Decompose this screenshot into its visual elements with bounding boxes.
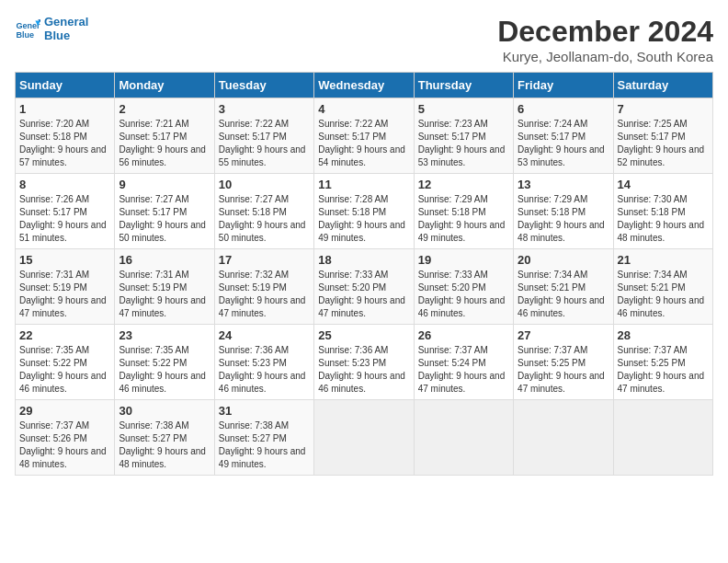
calendar-row: 22 Sunrise: 7:35 AM Sunset: 5:22 PM Dayl… <box>16 325 713 400</box>
logo-icon: General Blue <box>15 16 40 41</box>
day-number: 25 <box>318 328 409 342</box>
day-info: Sunrise: 7:21 AM Sunset: 5:17 PM Dayligh… <box>119 118 210 169</box>
day-info: Sunrise: 7:20 AM Sunset: 5:18 PM Dayligh… <box>19 118 110 169</box>
day-number: 14 <box>618 178 709 191</box>
day-info: Sunrise: 7:33 AM Sunset: 5:20 PM Dayligh… <box>418 269 509 320</box>
calendar-row: 1 Sunrise: 7:20 AM Sunset: 5:18 PM Dayli… <box>16 98 713 174</box>
day-info: Sunrise: 7:27 AM Sunset: 5:18 PM Dayligh… <box>219 193 310 245</box>
header-wednesday: Wednesday <box>314 73 414 98</box>
calendar-cell-day-27: 27 Sunrise: 7:37 AM Sunset: 5:25 PM Dayl… <box>514 325 613 400</box>
day-number: 21 <box>618 253 709 267</box>
day-number: 27 <box>518 328 609 342</box>
day-info: Sunrise: 7:24 AM Sunset: 5:17 PM Dayligh… <box>518 118 609 169</box>
logo-line1: General <box>44 15 88 29</box>
day-number: 9 <box>119 178 210 191</box>
calendar-table: Sunday Monday Tuesday Wednesday Thursday… <box>15 72 713 476</box>
calendar-row: 8 Sunrise: 7:26 AM Sunset: 5:17 PM Dayli… <box>16 174 713 249</box>
calendar-cell-day-15: 15 Sunrise: 7:31 AM Sunset: 5:19 PM Dayl… <box>16 249 115 325</box>
day-number: 10 <box>219 178 310 191</box>
calendar-row: 29 Sunrise: 7:37 AM Sunset: 5:26 PM Dayl… <box>16 400 713 476</box>
day-number: 20 <box>518 253 609 267</box>
day-number: 3 <box>219 102 310 116</box>
day-number: 28 <box>618 328 709 342</box>
calendar-row: 15 Sunrise: 7:31 AM Sunset: 5:19 PM Dayl… <box>16 249 713 325</box>
page-header: General Blue General Blue December 2024 … <box>15 15 713 64</box>
day-info: Sunrise: 7:26 AM Sunset: 5:17 PM Dayligh… <box>19 193 110 245</box>
calendar-cell-day-12: 12 Sunrise: 7:29 AM Sunset: 5:18 PM Dayl… <box>414 174 513 249</box>
calendar-cell-day-21: 21 Sunrise: 7:34 AM Sunset: 5:21 PM Dayl… <box>613 249 712 325</box>
day-info: Sunrise: 7:37 AM Sunset: 5:25 PM Dayligh… <box>518 344 609 396</box>
calendar-cell-empty <box>314 400 414 476</box>
header-friday: Friday <box>514 73 613 98</box>
day-number: 7 <box>618 102 709 116</box>
calendar-cell-day-9: 9 Sunrise: 7:27 AM Sunset: 5:17 PM Dayli… <box>115 174 214 249</box>
day-info: Sunrise: 7:34 AM Sunset: 5:21 PM Dayligh… <box>518 269 609 320</box>
header-thursday: Thursday <box>414 73 513 98</box>
day-number: 24 <box>219 328 310 342</box>
day-number: 16 <box>119 253 210 267</box>
day-number: 26 <box>418 328 509 342</box>
calendar-cell-day-13: 13 Sunrise: 7:29 AM Sunset: 5:18 PM Dayl… <box>514 174 613 249</box>
logo-line2: Blue <box>44 29 88 42</box>
calendar-header-row: Sunday Monday Tuesday Wednesday Thursday… <box>16 73 713 98</box>
day-number: 6 <box>518 102 609 116</box>
calendar-cell-empty <box>414 400 513 476</box>
day-info: Sunrise: 7:29 AM Sunset: 5:18 PM Dayligh… <box>518 193 609 245</box>
calendar-cell-day-28: 28 Sunrise: 7:37 AM Sunset: 5:25 PM Dayl… <box>613 325 712 400</box>
calendar-cell-day-30: 30 Sunrise: 7:38 AM Sunset: 5:27 PM Dayl… <box>115 400 214 476</box>
day-info: Sunrise: 7:31 AM Sunset: 5:19 PM Dayligh… <box>19 269 110 320</box>
calendar-cell-day-14: 14 Sunrise: 7:30 AM Sunset: 5:18 PM Dayl… <box>613 174 712 249</box>
header-tuesday: Tuesday <box>214 73 313 98</box>
calendar-cell-day-7: 7 Sunrise: 7:25 AM Sunset: 5:17 PM Dayli… <box>613 98 712 174</box>
header-saturday: Saturday <box>613 73 712 98</box>
day-info: Sunrise: 7:22 AM Sunset: 5:17 PM Dayligh… <box>219 118 310 169</box>
calendar-cell-day-24: 24 Sunrise: 7:36 AM Sunset: 5:23 PM Dayl… <box>214 325 313 400</box>
day-info: Sunrise: 7:28 AM Sunset: 5:18 PM Dayligh… <box>318 193 409 245</box>
calendar-cell-day-10: 10 Sunrise: 7:27 AM Sunset: 5:18 PM Dayl… <box>214 174 313 249</box>
subtitle: Kurye, Jeollanam-do, South Korea <box>497 49 713 64</box>
day-number: 4 <box>318 102 409 116</box>
day-number: 1 <box>19 102 110 116</box>
calendar-cell-day-19: 19 Sunrise: 7:33 AM Sunset: 5:20 PM Dayl… <box>414 249 513 325</box>
day-number: 8 <box>19 178 110 191</box>
logo: General Blue General Blue <box>15 15 88 42</box>
calendar-cell-day-29: 29 Sunrise: 7:37 AM Sunset: 5:26 PM Dayl… <box>16 400 115 476</box>
day-info: Sunrise: 7:22 AM Sunset: 5:17 PM Dayligh… <box>318 118 409 169</box>
day-number: 29 <box>19 404 110 418</box>
calendar-cell-day-8: 8 Sunrise: 7:26 AM Sunset: 5:17 PM Dayli… <box>16 174 115 249</box>
calendar-cell-day-18: 18 Sunrise: 7:33 AM Sunset: 5:20 PM Dayl… <box>314 249 414 325</box>
calendar-cell-empty <box>613 400 712 476</box>
calendar-cell-empty <box>514 400 613 476</box>
calendar-cell-day-3: 3 Sunrise: 7:22 AM Sunset: 5:17 PM Dayli… <box>214 98 313 174</box>
day-info: Sunrise: 7:31 AM Sunset: 5:19 PM Dayligh… <box>119 269 210 320</box>
day-number: 17 <box>219 253 310 267</box>
calendar-cell-day-23: 23 Sunrise: 7:35 AM Sunset: 5:22 PM Dayl… <box>115 325 214 400</box>
day-number: 11 <box>318 178 409 191</box>
day-info: Sunrise: 7:25 AM Sunset: 5:17 PM Dayligh… <box>618 118 709 169</box>
day-info: Sunrise: 7:36 AM Sunset: 5:23 PM Dayligh… <box>219 344 310 396</box>
day-info: Sunrise: 7:27 AM Sunset: 5:17 PM Dayligh… <box>119 193 210 245</box>
day-info: Sunrise: 7:37 AM Sunset: 5:26 PM Dayligh… <box>19 419 110 471</box>
day-info: Sunrise: 7:37 AM Sunset: 5:25 PM Dayligh… <box>618 344 709 396</box>
calendar-cell-day-20: 20 Sunrise: 7:34 AM Sunset: 5:21 PM Dayl… <box>514 249 613 325</box>
calendar-cell-day-6: 6 Sunrise: 7:24 AM Sunset: 5:17 PM Dayli… <box>514 98 613 174</box>
day-number: 13 <box>518 178 609 191</box>
day-number: 23 <box>119 328 210 342</box>
calendar-cell-day-31: 31 Sunrise: 7:38 AM Sunset: 5:27 PM Dayl… <box>214 400 313 476</box>
calendar-cell-day-5: 5 Sunrise: 7:23 AM Sunset: 5:17 PM Dayli… <box>414 98 513 174</box>
day-info: Sunrise: 7:36 AM Sunset: 5:23 PM Dayligh… <box>318 344 409 396</box>
day-number: 2 <box>119 102 210 116</box>
day-number: 18 <box>318 253 409 267</box>
day-number: 15 <box>19 253 110 267</box>
title-block: December 2024 Kurye, Jeollanam-do, South… <box>497 15 713 64</box>
day-number: 19 <box>418 253 509 267</box>
day-number: 30 <box>119 404 210 418</box>
day-info: Sunrise: 7:37 AM Sunset: 5:24 PM Dayligh… <box>418 344 509 396</box>
day-info: Sunrise: 7:34 AM Sunset: 5:21 PM Dayligh… <box>618 269 709 320</box>
day-info: Sunrise: 7:29 AM Sunset: 5:18 PM Dayligh… <box>418 193 509 245</box>
calendar-cell-day-11: 11 Sunrise: 7:28 AM Sunset: 5:18 PM Dayl… <box>314 174 414 249</box>
calendar-cell-day-16: 16 Sunrise: 7:31 AM Sunset: 5:19 PM Dayl… <box>115 249 214 325</box>
day-info: Sunrise: 7:33 AM Sunset: 5:20 PM Dayligh… <box>318 269 409 320</box>
day-info: Sunrise: 7:38 AM Sunset: 5:27 PM Dayligh… <box>219 419 310 471</box>
day-info: Sunrise: 7:30 AM Sunset: 5:18 PM Dayligh… <box>618 193 709 245</box>
